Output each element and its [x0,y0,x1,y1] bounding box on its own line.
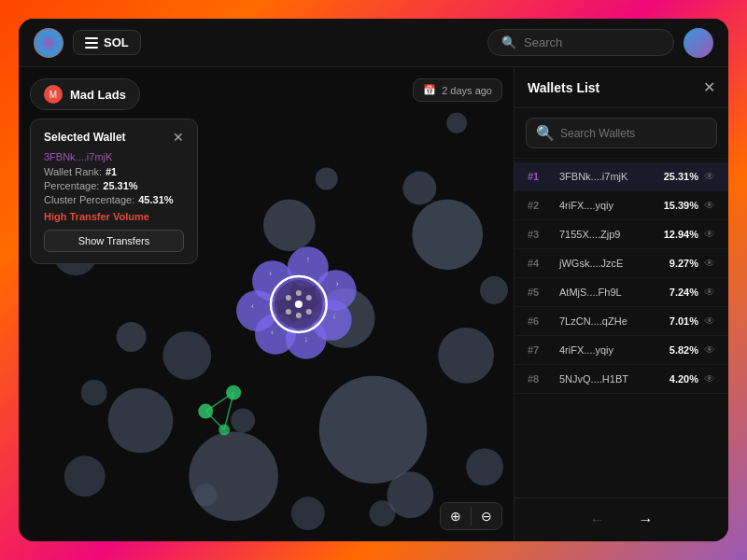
svg-point-11 [64,455,106,497]
svg-point-20 [316,168,338,190]
svg-point-21 [194,483,217,506]
wallet-address: jWGsk....JzcE [554,258,659,269]
popup-title: Selected Wallet [44,131,126,144]
wallet-list-item[interactable]: #3 7155X....Zjp9 12.94% 👁 [514,220,728,249]
svg-point-2 [412,199,483,270]
wallet-rank: #5 [528,287,554,298]
wallet-address: 3FBNk....i7mjK [554,171,659,182]
wallet-list-item[interactable]: #4 jWGsk....JzcE 9.27% 👁 [514,249,728,278]
svg-point-1 [189,431,278,521]
global-search-bar[interactable]: 🔍 [487,29,674,56]
pct-label: Percentage: [44,180,99,191]
wallet-popup: Selected Wallet ✕ 3FBNk....i7mjK Wallet … [30,119,198,264]
svg-text:›: › [336,279,339,288]
eye-icon[interactable]: 👁 [704,372,715,385]
high-transfer-label: High Transfer Volume [44,211,184,222]
wallet-list-item[interactable]: #1 3FBNk....i7mjK 25.31% 👁 [514,162,728,191]
wallet-rank: #6 [528,315,554,327]
wallet-percentage: 25.31% [659,171,698,182]
next-page-button[interactable]: → [631,508,661,532]
panel-title: Wallets List [528,80,599,95]
wallet-search-bar[interactable]: 🔍 [526,118,717,148]
wallet-list-item[interactable]: #6 7LzCN....qZHe 7.01% 👁 [514,307,728,336]
svg-point-13 [402,172,436,205]
wallet-percentage: 4.20% [659,373,698,385]
eye-icon[interactable]: 👁 [704,170,715,183]
svg-point-38 [295,301,303,308]
svg-point-40 [306,295,312,301]
wallet-percentage: 5.82% [659,344,698,356]
search-icon: 🔍 [501,35,516,49]
cluster-value: 45.31% [138,194,173,205]
popup-close-button[interactable]: ✕ [173,131,184,144]
wallet-rank: #3 [528,229,554,240]
popup-address: 3FBNk....i7mjK [44,151,184,162]
logo-icon [34,28,63,58]
popup-cluster-row: Cluster Percentage: 45.31% [44,194,184,205]
panel-search-area: 🔍 [514,108,728,159]
prev-page-button[interactable]: ← [583,508,613,532]
svg-point-7 [162,331,211,380]
show-transfers-button[interactable]: Show Transfers [44,230,184,252]
popup-rank-row: Wallet Rank: #1 [44,166,184,177]
eye-icon[interactable]: 👁 [704,199,715,212]
search-input[interactable] [524,35,660,49]
eye-icon[interactable]: 👁 [704,257,715,270]
wallet-search-input[interactable] [560,127,707,140]
wallet-list-item[interactable]: #2 4riFX....yqiy 15.39% 👁 [514,191,728,220]
sol-menu-button[interactable]: SOL [73,30,141,55]
eye-icon[interactable]: 👁 [704,228,715,241]
avatar[interactable] [684,28,713,58]
panel-header: Wallets List ✕ [514,67,728,108]
wallet-list-item[interactable]: #5 AtMjS....Fh9L 7.24% 👁 [514,278,728,307]
svg-line-27 [205,412,224,430]
svg-text:‹: ‹ [251,301,254,311]
rank-label: Wallet Rank: [44,166,102,177]
svg-point-44 [296,313,302,318]
panel-close-button[interactable]: ✕ [703,78,715,96]
wallet-rank: #2 [528,200,554,211]
collection-icon: M [44,85,63,104]
svg-point-19 [231,409,255,433]
zoom-in-button[interactable]: ⊕ [441,503,471,529]
svg-point-0 [319,376,428,484]
collection-name: Mad Lads [70,88,126,102]
wallet-percentage: 12.94% [659,229,698,240]
wallet-rank: #1 [528,171,554,182]
eye-icon[interactable]: 👁 [704,343,715,357]
wallet-list-item[interactable]: #7 4riFX....yqiy 5.82% 👁 [514,336,728,365]
wallet-list: #1 3FBNk....i7mjK 25.31% 👁 #2 4riFX....y… [514,159,728,497]
svg-point-43 [296,290,302,296]
wallet-percentage: 9.27% [659,258,698,269]
wallet-address: 7155X....Zjp9 [554,229,659,240]
sol-label: SOL [104,35,129,49]
svg-text:›: › [269,269,272,278]
cluster-label: Cluster Percentage: [44,194,134,205]
header-left: SOL [34,28,141,58]
wallet-rank: #7 [528,344,554,356]
svg-text:↓: ↓ [304,334,308,343]
wallet-address: 4riFX....yqiy [554,344,659,356]
popup-pct-row: Percentage: 25.31% [44,180,184,191]
app-container: SOL 🔍 M Mad Lads 📅 2 days ago [19,19,728,541]
hamburger-icon [85,37,98,49]
eye-icon[interactable]: 👁 [704,286,715,299]
svg-point-24 [226,385,241,400]
zoom-out-button[interactable]: ⊖ [472,503,501,529]
wallet-address: 7LzCN....qZHe [554,315,659,327]
time-label: 2 days ago [442,85,492,96]
popup-header: Selected Wallet ✕ [44,131,184,144]
canvas-area: M Mad Lads 📅 2 days ago Selected Wallet … [19,67,514,541]
collection-badge[interactable]: M Mad Lads [30,78,140,110]
svg-text:‹: ‹ [271,328,274,337]
wallet-address: 4riFX....yqiy [554,200,659,211]
svg-text:↓: ↓ [332,311,336,320]
svg-point-12 [466,448,503,485]
time-badge: 📅 2 days ago [413,78,502,102]
svg-point-17 [81,380,107,406]
eye-icon[interactable]: 👁 [704,315,715,328]
svg-point-18 [370,500,396,526]
wallet-rank: #4 [528,258,554,269]
wallet-list-item[interactable]: #8 5NJvQ....H1BT 4.20% 👁 [514,365,728,394]
search-icon: 🔍 [536,124,555,142]
